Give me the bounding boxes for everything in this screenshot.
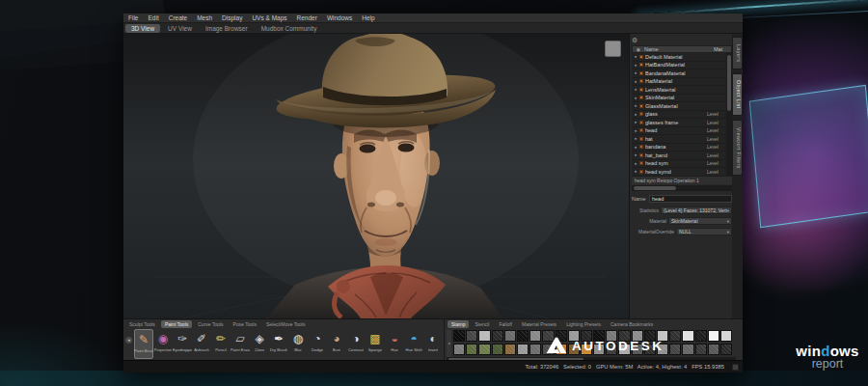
tool-tab-select-move-tools[interactable]: Select/Move Tools <box>262 320 309 328</box>
material-column-header[interactable]: Mat <box>714 46 731 52</box>
visibility-dot-icon[interactable]: ● <box>632 79 639 84</box>
stamp-swatch[interactable] <box>529 344 541 355</box>
stamp-swatch[interactable] <box>517 330 529 342</box>
stamp-swatch[interactable] <box>466 330 477 342</box>
tool-tab-curve-tools[interactable]: Curve Tools <box>194 320 227 328</box>
viewport-3d[interactable] <box>123 34 629 318</box>
tool-burn[interactable]: ◕Burn <box>327 329 346 359</box>
stamp-swatch[interactable] <box>453 330 465 342</box>
tool-eyedropper[interactable]: ✑Eyedropper <box>173 329 192 359</box>
tool-paint-brush[interactable]: ✎Paint Brush <box>134 329 153 359</box>
side-tab-viewport-filters[interactable]: Viewport Filters <box>732 120 743 176</box>
scrollbar-thumb[interactable] <box>634 186 676 190</box>
object-row-hatbandmaterial[interactable]: ●HatBandMaterial <box>632 62 726 70</box>
object-row-head-symd[interactable]: ●head symdLevel <box>632 168 726 177</box>
property-value-dropdown[interactable]: (Level 4) Faces: 131072, Verts: 131330▾ <box>661 207 732 214</box>
stamp-swatch[interactable] <box>453 344 465 355</box>
menu-uvs-maps[interactable]: UVs & Maps <box>247 14 291 23</box>
stamp-swatch[interactable] <box>492 344 503 355</box>
visibility-dot-icon[interactable]: ● <box>632 120 639 124</box>
scrollbar-thumb[interactable] <box>727 55 731 111</box>
object-row-glassmaterial[interactable]: ●GlassMaterial <box>632 102 726 111</box>
visibility-dot-icon[interactable]: ● <box>632 96 639 100</box>
object-row-glass[interactable]: ●glassLevel <box>632 111 726 120</box>
menu-mesh[interactable]: Mesh <box>192 14 217 23</box>
visibility-dot-icon[interactable]: ● <box>632 161 639 166</box>
object-row-hatmaterial[interactable]: ●HatMaterial <box>632 78 726 87</box>
stamp-swatch[interactable] <box>478 330 490 342</box>
visibility-dot-icon[interactable]: ● <box>632 169 639 174</box>
stamp-tab-falloff[interactable]: Falloff <box>495 320 516 328</box>
tray-collapse-icon[interactable]: ◂ <box>125 337 132 344</box>
object-list-horizontal-scrollbar[interactable] <box>632 185 732 191</box>
visibility-dot-icon[interactable]: ● <box>632 152 639 157</box>
view-tab-mudbox-community[interactable]: Mudbox Community <box>256 24 323 33</box>
tool-hue-shift[interactable]: ◓Hue Shift <box>404 329 423 359</box>
stamp-tab-material-presets[interactable]: Material Presets <box>518 320 560 328</box>
menu-windows[interactable]: Windows <box>322 14 357 23</box>
tool-pencil[interactable]: ✏Pencil <box>211 329 231 359</box>
tool-clone[interactable]: ◈Clone <box>250 329 269 359</box>
menu-edit[interactable]: Edit <box>143 14 163 23</box>
tool-dry-brush[interactable]: ✒Dry Brush <box>269 329 288 359</box>
tool-projection[interactable]: ◉Projection <box>153 329 173 359</box>
tool-paint-erase[interactable]: ▱Paint Erase <box>231 329 250 359</box>
tool-tab-paint-tools[interactable]: Paint Tools <box>161 320 192 328</box>
tool-invert[interactable]: ◐Invert <box>423 329 443 359</box>
object-row-skinmaterial[interactable]: ●SkinMaterial <box>632 95 726 103</box>
tool-tab-pose-tools[interactable]: Pose Tools <box>230 320 260 328</box>
viewport-popup-button[interactable] <box>605 41 621 57</box>
tool-hue[interactable]: ◒Hue <box>385 329 404 359</box>
visibility-dot-icon[interactable]: ● <box>632 128 639 133</box>
tool-blur[interactable]: ◍Blur <box>288 329 308 359</box>
gear-icon[interactable]: ⚙ <box>632 36 637 44</box>
stamp-swatch[interactable] <box>466 344 477 355</box>
view-tab-3d-view[interactable]: 3D View <box>125 24 160 33</box>
tool-sponge[interactable]: ▩Sponge <box>366 329 385 359</box>
view-tab-image-browser[interactable]: Image Browser <box>200 24 254 33</box>
object-row-hat-band[interactable]: ●hat_bandLevel <box>632 152 726 160</box>
tool-airbrush[interactable]: ✐Airbrush <box>192 329 211 359</box>
object-row-bandana[interactable]: ●bandanaLevel <box>632 144 726 152</box>
stamp-tab-lighting-presets[interactable]: Lighting Presets <box>562 320 605 328</box>
stamp-swatch[interactable] <box>478 344 490 355</box>
stamp-swatch[interactable] <box>504 330 516 342</box>
tool-tab-sculpt-tools[interactable]: Sculpt Tools <box>125 320 159 328</box>
stamp-scroll-left-button[interactable]: ◂ <box>447 330 451 357</box>
side-tab-layers[interactable]: Layers <box>732 37 743 69</box>
object-row-bandanamaterial[interactable]: ●BandanaMaterial <box>632 69 726 78</box>
object-row-hat[interactable]: ●hatLevel <box>632 135 726 144</box>
property-value-dropdown[interactable]: SkinMaterial▾ <box>668 217 732 225</box>
menu-file[interactable]: File <box>123 14 143 23</box>
object-row-head[interactable]: ●headLevel <box>632 127 726 136</box>
stamp-swatch[interactable] <box>504 344 516 355</box>
menu-render[interactable]: Render <box>292 14 322 23</box>
visibility-dot-icon[interactable]: ● <box>632 54 639 59</box>
stamp-tab-stencil[interactable]: Stencil <box>471 320 493 328</box>
side-tab-object-list[interactable]: Object List <box>732 73 743 116</box>
object-row-default-material[interactable]: ●Default Material <box>632 53 726 62</box>
visibility-dot-icon[interactable]: ● <box>632 145 639 150</box>
stamp-swatch[interactable] <box>517 344 529 355</box>
visibility-dot-icon[interactable]: ● <box>632 112 639 117</box>
object-row-lensmaterial[interactable]: ●LensMaterial <box>632 86 726 95</box>
view-tab-uv-view[interactable]: UV View <box>162 24 198 33</box>
menu-create[interactable]: Create <box>164 14 193 23</box>
visibility-dot-icon[interactable]: ● <box>632 63 639 68</box>
name-column-header[interactable]: Name <box>644 46 714 52</box>
object-row-head-sym[interactable]: ●head symLevel <box>632 160 726 169</box>
visibility-dot-icon[interactable]: ● <box>632 87 639 92</box>
stamp-swatch[interactable] <box>492 330 503 342</box>
property-value-dropdown[interactable]: NULL▾ <box>676 228 732 235</box>
stamp-tab-stamp[interactable]: Stamp <box>448 320 469 328</box>
tool-dodge[interactable]: ◔Dodge <box>308 329 327 359</box>
visibility-dot-icon[interactable]: ● <box>632 136 639 141</box>
visibility-dot-icon[interactable]: ● <box>632 103 639 108</box>
object-list-header[interactable]: ◉ Name Mat <box>632 45 732 53</box>
menu-display[interactable]: Display <box>217 14 247 23</box>
stamp-swatch[interactable] <box>529 330 541 342</box>
status-resize-handle[interactable] <box>732 364 739 371</box>
object-row-glasses-frame[interactable]: ●glasses frameLevel <box>632 119 726 127</box>
visibility-dot-icon[interactable]: ● <box>632 70 639 75</box>
name-input[interactable]: head <box>649 195 732 203</box>
